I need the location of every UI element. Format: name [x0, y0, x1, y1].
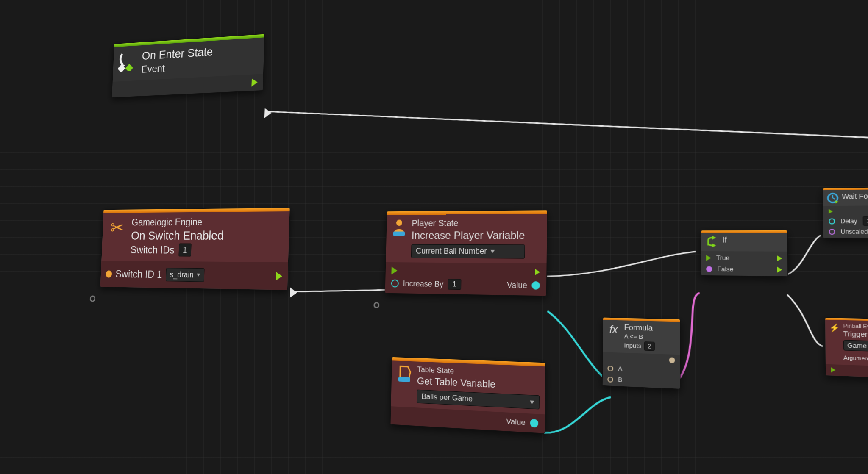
- node-body: True False: [701, 251, 787, 276]
- bolt-icon: ⚡: [829, 322, 840, 333]
- node-title: Wait For Seconds: [842, 192, 868, 201]
- node-header[interactable]: If: [701, 233, 787, 252]
- node-body: A B: [603, 352, 680, 389]
- formula-out-port[interactable]: [669, 357, 675, 363]
- formula-a-port[interactable]: [607, 365, 613, 371]
- node-on-enter-state[interactable]: On Enter State Event: [111, 34, 265, 98]
- if-condition-port[interactable]: [706, 266, 712, 272]
- node-title: On Switch Enabled: [131, 228, 224, 242]
- unscaled-label: Unscaled: [840, 228, 868, 236]
- value-out-port[interactable]: [531, 281, 540, 290]
- exec-out-false-icon[interactable]: [777, 266, 782, 272]
- node-pinball-event-trigger[interactable]: ⚡ Pinball Event Trigger Game Over Argume…: [825, 317, 868, 380]
- node-connector-left[interactable]: [90, 295, 96, 302]
- exec-out-icon[interactable]: [276, 272, 282, 280]
- player-variable-value: Current Ball Number: [416, 247, 487, 256]
- node-header[interactable]: Gamelogic Engine On Switch Enabled Switc…: [101, 211, 289, 262]
- node-category: Player State: [412, 218, 525, 228]
- node-header[interactable]: ⚡ Pinball Event Trigger Game Over Argume…: [825, 320, 868, 368]
- node-formula[interactable]: fx Formula A <= B Inputs 2 A B: [602, 317, 681, 389]
- node-title: If: [722, 236, 727, 245]
- delay-port[interactable]: [829, 218, 835, 224]
- formula-icon: fx: [607, 323, 620, 336]
- svg-rect-5: [398, 377, 410, 382]
- exec-in-icon[interactable]: [829, 209, 833, 214]
- clock-icon: [827, 192, 839, 203]
- node-increase-player-variable[interactable]: Player State Increase Player Variable Cu…: [385, 210, 548, 296]
- switch-id-dropdown[interactable]: s_drain: [165, 268, 204, 282]
- value-out-label: Value: [506, 417, 526, 427]
- node-header[interactable]: Player State Increase Player Variable Cu…: [386, 214, 547, 263]
- event-value: Game Over: [847, 341, 868, 350]
- node-title: Increase Player Variable: [412, 229, 525, 242]
- node-body: Switch ID 1 s_drain: [100, 261, 288, 290]
- formula-b-port[interactable]: [607, 376, 613, 382]
- increase-by-port[interactable]: [391, 280, 399, 288]
- node-title: Trigger: [843, 330, 868, 339]
- formula-b-label: B: [618, 376, 622, 383]
- table-variable-dropdown[interactable]: Balls per Game: [417, 390, 540, 410]
- switch-id-value: s_drain: [170, 270, 194, 280]
- chevron-down-icon: [490, 250, 495, 253]
- node-header[interactable]: Table State Get Table Variable Balls per…: [391, 360, 545, 414]
- if-true-label: True: [716, 254, 729, 261]
- formula-expression[interactable]: A <= B: [624, 333, 654, 341]
- exec-out-port[interactable]: [290, 288, 297, 298]
- delay-label: Delay: [840, 217, 857, 225]
- exec-in-icon[interactable]: [391, 266, 397, 274]
- arguments-label: Arguments: [843, 355, 868, 362]
- node-body: [826, 364, 868, 380]
- node-header[interactable]: fx Formula A <= B Inputs 2: [603, 320, 680, 355]
- node-if[interactable]: If True False: [701, 230, 788, 277]
- value-out-port[interactable]: [530, 419, 538, 428]
- branch-icon: [705, 236, 718, 249]
- delay-value[interactable]: 1: [862, 216, 868, 226]
- svg-marker-6: [712, 236, 716, 240]
- node-category: Pinball Event: [843, 323, 868, 330]
- formula-inputs-count[interactable]: 2: [644, 341, 655, 351]
- formula-a-label: A: [618, 365, 622, 372]
- svg-rect-4: [393, 232, 405, 236]
- switch-id-port[interactable]: [106, 270, 112, 277]
- player-variable-dropdown[interactable]: Current Ball Number: [411, 244, 525, 259]
- formula-inputs-label: Inputs: [624, 342, 641, 349]
- chevron-down-icon: [197, 274, 200, 277]
- unscaled-port[interactable]: [829, 229, 835, 235]
- switch-ids-count[interactable]: 1: [178, 243, 192, 256]
- exec-out-icon[interactable]: [251, 78, 258, 87]
- node-category: Gamelogic Engine: [131, 216, 224, 228]
- exec-in-icon[interactable]: [706, 255, 711, 261]
- node-connector-left[interactable]: [373, 302, 379, 308]
- exec-out-port[interactable]: [264, 108, 272, 118]
- switch-ids-label: Switch IDs: [130, 244, 175, 256]
- node-header[interactable]: Wait For Seconds: [823, 189, 868, 206]
- player-state-icon: [390, 218, 407, 236]
- node-body: Delay 1 Unscaled: [823, 205, 868, 238]
- node-wait-for-seconds[interactable]: Wait For Seconds Delay 1 Unscaled: [823, 186, 868, 239]
- exec-out-true-icon[interactable]: [777, 255, 782, 261]
- svg-rect-2: [125, 64, 133, 72]
- svg-marker-7: [712, 244, 716, 247]
- switch-id-label: Switch ID 1: [115, 268, 162, 281]
- node-get-table-variable[interactable]: Table State Get Table Variable Balls per…: [390, 357, 546, 434]
- exec-in-icon[interactable]: [831, 367, 835, 372]
- node-on-switch-enabled[interactable]: Gamelogic Engine On Switch Enabled Switc…: [100, 208, 290, 290]
- exec-out-icon[interactable]: [535, 269, 540, 275]
- event-dropdown[interactable]: Game Over: [843, 340, 868, 352]
- switch-icon: [107, 217, 127, 238]
- state-enter-icon: [118, 50, 137, 72]
- node-title: Formula: [624, 323, 655, 333]
- table-state-icon: [396, 364, 413, 383]
- if-false-label: False: [717, 265, 733, 273]
- value-out-label: Value: [507, 280, 527, 290]
- increase-by-value[interactable]: 1: [448, 279, 461, 290]
- node-body: Increase By 1 Value: [385, 262, 547, 296]
- svg-point-3: [396, 220, 402, 226]
- table-variable-value: Balls per Game: [421, 392, 473, 403]
- increase-by-label: Increase By: [403, 279, 443, 288]
- chevron-down-icon: [530, 400, 534, 404]
